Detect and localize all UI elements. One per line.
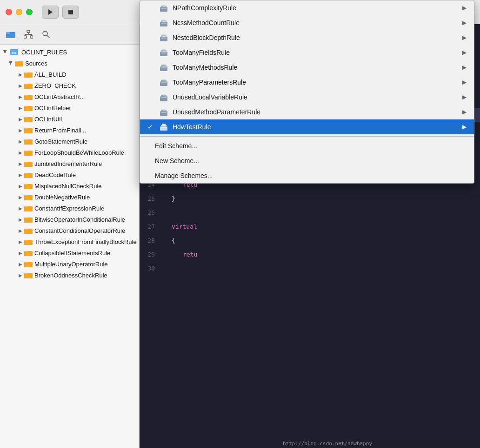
arrow-right-icon: ▶: [462, 64, 467, 71]
sidebar-item[interactable]: ▶ BrokenOddnessCheckRule: [0, 270, 139, 281]
svg-rect-73: [24, 263, 33, 267]
dropdown-action[interactable]: New Scheme...: [140, 153, 474, 168]
item-disclosure: ▶: [17, 260, 24, 268]
rule-icon: [159, 62, 169, 72]
scheme-item-label: TooManyFieldsRule: [173, 49, 462, 56]
dropdown-scheme-item[interactable]: NPathComplexityRule ▶: [140, 0, 474, 15]
dropdown-scheme-item[interactable]: TooManyParametersRule ▶: [140, 75, 474, 90]
sidebar-item[interactable]: ▶ BitwiseOperatorInConditionalRule: [0, 214, 139, 225]
arrow-right-icon: ▶: [462, 49, 467, 56]
sidebar-item[interactable]: ▶ ZERO_CHECK: [0, 80, 139, 91]
dropdown-scheme-item[interactable]: TooManyFieldsRule ▶: [140, 45, 474, 60]
svg-rect-104: [162, 79, 166, 81]
line-number: 25: [140, 195, 160, 202]
svg-rect-43: [24, 152, 33, 156]
folder-icon: [24, 149, 33, 156]
sources-folder-icon: [15, 60, 23, 66]
item-disclosure: ▶: [17, 227, 24, 234]
sources-folder[interactable]: ▶ Sources: [0, 58, 139, 69]
svg-rect-49: [24, 174, 33, 178]
sidebar-item[interactable]: ▶ ReturnFromFinall...: [0, 125, 139, 136]
sidebar-item[interactable]: ▶ ThrowExceptionFromFinallyBlockRule: [0, 236, 139, 247]
folder-icon: [24, 71, 33, 78]
rule-icon: [159, 3, 169, 13]
dropdown-scheme-item[interactable]: TooManyMethodsRule ▶: [140, 60, 474, 75]
arrow-right-icon: ▶: [462, 34, 467, 41]
sidebar-item[interactable]: ▶ OCLintAbstractR...: [0, 91, 139, 102]
folder-icon: [24, 105, 33, 111]
folder-icon: [24, 250, 33, 256]
line-number: 28: [140, 237, 160, 244]
sidebar-item[interactable]: ▶ ConstantIfExpressionRule: [0, 203, 139, 214]
svg-rect-28: [24, 96, 33, 100]
dropdown-actions-container: Edit Scheme...New Scheme...Manage Scheme…: [140, 138, 474, 183]
svg-rect-31: [24, 107, 33, 111]
dropdown-action[interactable]: Manage Schemes...: [140, 168, 474, 183]
folder-icon[interactable]: [6, 29, 16, 40]
item-disclosure: ▶: [17, 82, 24, 89]
rule-icon: [159, 107, 169, 117]
minimize-button[interactable]: [16, 9, 22, 15]
action-label: New Scheme...: [155, 157, 199, 165]
hierarchy-icon[interactable]: [23, 29, 33, 40]
item-label: DoubleNegativeRule: [34, 194, 90, 201]
scheme-item-label: UnusedLocalVariableRule: [173, 93, 462, 101]
url-bar: http://blog.csdn.net/hdwhappy: [279, 439, 480, 448]
code-content: virtual: [160, 223, 197, 230]
scheme-item-label: TooManyParametersRule: [173, 79, 462, 86]
sidebar-item[interactable]: ▶ CollapsibleIfStatementsRule: [0, 247, 139, 258]
dropdown-scheme-item[interactable]: NestedBlockDepthRule ▶: [140, 30, 474, 45]
item-disclosure: ▶: [17, 71, 24, 78]
item-disclosure: ▶: [17, 104, 24, 112]
close-button[interactable]: [6, 9, 12, 15]
sidebar-item[interactable]: ▶ OCLintUtil: [0, 113, 139, 125]
svg-rect-46: [24, 163, 33, 167]
folder-icon: [24, 216, 33, 223]
root-item[interactable]: ▶ OCLINT_RULES: [0, 46, 139, 58]
search-icon[interactable]: [41, 29, 51, 40]
sidebar-item[interactable]: ▶ DoubleNegativeRule: [0, 191, 139, 203]
arrow-right-icon: ▶: [462, 5, 467, 11]
sidebar-item[interactable]: ▶ ConstantConditionalOperatorRule: [0, 225, 139, 236]
folder-icon: [24, 127, 33, 133]
sidebar-item[interactable]: ▶ GotoStatementRule: [0, 136, 139, 147]
item-label: ZERO_CHECK: [34, 82, 76, 89]
folder-icon: [24, 183, 33, 189]
item-disclosure: ▶: [17, 216, 24, 223]
sidebar-item[interactable]: ▶ ALL_BUILD: [0, 69, 139, 80]
action-label: Edit Scheme...: [155, 142, 197, 150]
svg-rect-34: [24, 118, 33, 122]
item-disclosure: ▶: [17, 149, 24, 156]
project-icon: [9, 47, 19, 57]
sidebar: ▶ OCLINT_RULES ▶ Sources ▶: [0, 24, 140, 448]
sidebar-item[interactable]: ▶ MultipleUnaryOperatorRule: [0, 258, 139, 270]
item-label: BitwiseOperatorInConditionalRule: [34, 216, 125, 223]
rule-icon: [159, 33, 169, 43]
maximize-button[interactable]: [26, 9, 33, 15]
sidebar-item[interactable]: ▶ DeadCodeRule: [0, 169, 139, 180]
stop-button[interactable]: [62, 6, 79, 19]
svg-rect-4: [27, 30, 30, 33]
dropdown-scheme-item[interactable]: UnusedLocalVariableRule ▶: [140, 90, 474, 105]
svg-rect-61: [24, 218, 33, 223]
sidebar-item[interactable]: ▶ JumbledIncrementerRule: [0, 158, 139, 169]
code-line: 30: [140, 261, 480, 275]
toolbar-buttons: [42, 6, 79, 19]
dropdown-scheme-item[interactable]: UnusedMethodParameterRule ▶: [140, 105, 474, 119]
item-disclosure: ▶: [17, 93, 24, 100]
sidebar-item[interactable]: ▶ MisplacedNullCheckRule: [0, 180, 139, 191]
sidebar-item[interactable]: ▶ ForLoopShouldBeWhileLoopRule: [0, 147, 139, 158]
sidebar-item[interactable]: ▶ OCLintHelper: [0, 102, 139, 113]
svg-rect-13: [10, 49, 18, 55]
play-button[interactable]: [42, 6, 59, 19]
item-label: OCLintHelper: [34, 105, 71, 112]
dropdown-action[interactable]: Edit Scheme...: [140, 138, 474, 153]
code-line: 25 }: [140, 191, 480, 205]
sources-disclosure: ▶: [7, 59, 15, 67]
svg-rect-99: [162, 64, 166, 66]
item-label: JumbledIncrementerRule: [34, 160, 102, 167]
sidebar-items-container: ▶ ALL_BUILD ▶ ZERO_CHECK ▶: [0, 69, 139, 281]
dropdown-scheme-item[interactable]: ✓ HdwTestRule ▶: [140, 119, 474, 134]
dropdown-scheme-item[interactable]: NcssMethodCountRule ▶: [140, 15, 474, 30]
item-disclosure: ▶: [17, 249, 24, 257]
